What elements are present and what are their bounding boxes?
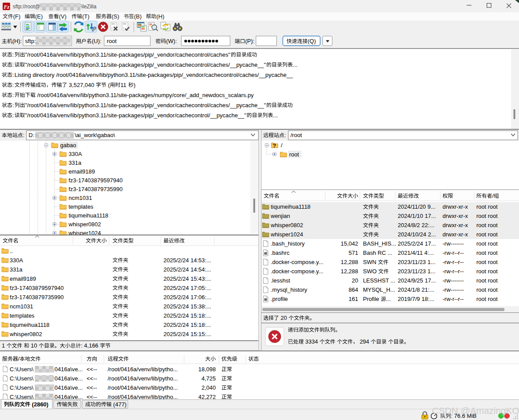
- svg-text:C:\Users\: C:\Users\: [10, 366, 34, 373]
- svg-text:/root/0416a/venv/lib/pytho...: /root/0416a/venv/lib/pytho...: [108, 366, 178, 373]
- svg-text:0416a\ve...: 0416a\ve...: [54, 384, 83, 391]
- svg-text::: :: [12, 82, 14, 88]
- svg-text:2024/8/2 22:...: 2024/8/2 22:...: [398, 222, 434, 228]
- svg-text:2024/1/10 17...: 2024/1/10 17...: [398, 213, 436, 219]
- svg-text:wenjian: wenjian: [270, 213, 290, 219]
- svg-text:.bash_history: .bash_history: [271, 240, 305, 247]
- svg-text:2024/10/24 2...: 2024/10/24 2...: [398, 231, 436, 238]
- svg-text:(U):: (U):: [92, 38, 102, 44]
- svg-text:root root: root root: [476, 268, 498, 275]
- svg-text:2025/2/24 14:54:...: 2025/2/24 14:54:...: [163, 266, 211, 273]
- svg-text:/: /: [492, 192, 494, 199]
- svg-text:1: 1: [2, 342, 5, 349]
- svg-text:(477): (477): [113, 401, 127, 408]
- svg-text:Bash RC ...: Bash RC ...: [363, 250, 392, 256]
- svg-text::: :: [23, 132, 25, 138]
- svg-text:2025/2/24 15:18:...: 2025/2/24 15:18:...: [163, 312, 211, 319]
- svg-text:"/root/0416a/venv/lib/python3.: "/root/0416a/venv/lib/python3.11/site-pa…: [25, 51, 231, 58]
- svg-text:..: ..: [10, 248, 13, 254]
- svg-text:2025/2/24 17:06:...: 2025/2/24 17:06:...: [163, 294, 211, 301]
- svg-text:/root/0416a/venv/lib/pytho...: /root/0416a/venv/lib/pytho...: [108, 394, 178, 400]
- svg-text:331a: 331a: [10, 266, 23, 273]
- svg-text:(F): (F): [13, 13, 21, 20]
- svg-text::: :: [12, 62, 14, 68]
- svg-text:...: ...: [293, 62, 298, 68]
- svg-text:root root: root root: [476, 240, 498, 247]
- svg-text:C:\Users\: C:\Users\: [10, 375, 34, 382]
- svg-text:fz3-17403879597940: fz3-17403879597940: [10, 285, 64, 291]
- svg-text:MYSQL_H...: MYSQL_H...: [363, 286, 395, 293]
- svg-text:gabao: gabao: [60, 142, 76, 148]
- svg-text:whisper0802: whisper0802: [270, 222, 303, 228]
- svg-text::: :: [12, 112, 14, 119]
- svg-text:(E): (E): [35, 13, 43, 20]
- svg-text:2024/1/8 21:...: 2024/1/8 21:...: [398, 286, 434, 293]
- svg-text:(S): (S): [112, 13, 119, 20]
- svg-text:(T): (T): [82, 13, 90, 20]
- svg-text:Listing directory /root/0416a/: Listing directory /root/0416a/venv/lib/p…: [15, 72, 293, 78]
- svg-text:sftp://root@: sftp://root@: [13, 4, 40, 10]
- svg-text:/: /: [18, 355, 20, 362]
- svg-text:<<--: <<--: [87, 366, 97, 373]
- svg-text:10: 10: [31, 342, 37, 349]
- svg-text:-rw-------: -rw-------: [443, 240, 464, 247]
- svg-text:ncm1031: ncm1031: [69, 195, 92, 201]
- svg-text:sftp:: sftp:: [25, 38, 36, 44]
- svg-text:SWO: SWO: [363, 268, 377, 275]
- svg-text:2025/2/24 17:05:...: 2025/2/24 17:05:...: [163, 285, 211, 291]
- svg-text:/root/0416a/venv/lib/python3.1: /root/0416a/venv/lib/python3.11/site-pac…: [37, 92, 254, 98]
- svg-text:root root: root root: [476, 213, 498, 219]
- svg-text:fz3-17403879735990: fz3-17403879735990: [10, 294, 64, 301]
- svg-text:(B): (B): [134, 13, 142, 20]
- svg-text:2,040: 2,040: [202, 384, 216, 391]
- svg-text:templates: templates: [10, 312, 35, 319]
- svg-text::: :: [12, 51, 14, 58]
- svg-text:2023/11/23 1...: 2023/11/23 1...: [398, 259, 436, 265]
- svg-text:...: ...: [386, 296, 391, 302]
- svg-text:LESSHST ...: LESSHST ...: [363, 277, 395, 284]
- svg-text:/root/0416a/venv/lib/pytho...: /root/0416a/venv/lib/pytho...: [108, 375, 178, 382]
- svg-text:3,527,040: 3,527,040: [69, 82, 94, 88]
- svg-text:(2860): (2860): [32, 401, 49, 408]
- svg-text:.lesshst: .lesshst: [271, 277, 290, 284]
- svg-text:whisper1024: whisper1024: [68, 230, 101, 236]
- svg-text:(H):: (H):: [12, 38, 22, 44]
- svg-text:BASH_HIS...: BASH_HIS...: [363, 240, 396, 247]
- svg-text:root root: root root: [476, 250, 498, 256]
- svg-text:"/root/0416a/venv/lib/python3.: "/root/0416a/venv/lib/python3.11/site-pa…: [25, 102, 266, 109]
- svg-text::: :: [284, 132, 286, 138]
- svg-text:fz3-17403879735990: fz3-17403879735990: [69, 186, 123, 192]
- svg-text:20: 20: [281, 315, 287, 321]
- svg-text:root root: root root: [476, 203, 498, 210]
- svg-text:whisper1024: whisper1024: [270, 231, 303, 238]
- svg-text:330A: 330A: [10, 257, 23, 264]
- svg-text:3334: 3334: [305, 338, 318, 345]
- svg-text:root root: root root: [476, 222, 498, 228]
- svg-text:(H): (H): [156, 13, 164, 20]
- svg-text:whisper0802: whisper0802: [9, 331, 42, 337]
- svg-text:SWN: SWN: [363, 259, 376, 265]
- svg-text:root root: root root: [476, 231, 498, 238]
- svg-text:root root: root root: [476, 286, 498, 293]
- svg-text:571: 571: [348, 250, 358, 256]
- svg-text:.docker-compose.y...: .docker-compose.y...: [271, 259, 323, 265]
- svg-text:2025/2/24 15:15:...: 2025/2/24 15:15:...: [163, 331, 211, 337]
- svg-text:20: 20: [352, 277, 358, 284]
- svg-text:2024/9/25 17...: 2024/9/25 17...: [398, 277, 436, 284]
- svg-text:tiqumeihua1118: tiqumeihua1118: [69, 212, 109, 219]
- svg-text:2021/4/11 4:...: 2021/4/11 4:...: [398, 250, 434, 256]
- svg-text:2023/11/23 1...: 2023/11/23 1...: [398, 268, 436, 275]
- svg-text:ncm1031: ncm1031: [10, 303, 33, 310]
- svg-text:.mysql_history: .mysql_history: [271, 286, 308, 293]
- svg-text:tiqumeihua1118: tiqumeihua1118: [10, 322, 50, 328]
- svg-text:<<--: <<--: [87, 375, 97, 382]
- svg-text:root: root: [289, 151, 299, 158]
- svg-text:2024/11/20 9...: 2024/11/20 9...: [398, 203, 436, 210]
- svg-text:drwxr-xr-x: drwxr-xr-x: [443, 222, 468, 228]
- svg-text:<<--: <<--: [87, 384, 97, 391]
- svg-text:CSDN @AmazingKO: CSDN @AmazingKO: [432, 406, 519, 416]
- svg-text:/: /: [281, 142, 283, 148]
- svg-text:18,098: 18,098: [198, 366, 216, 373]
- svg-text:(W):: (W):: [166, 38, 177, 44]
- svg-text:12,288: 12,288: [341, 268, 358, 275]
